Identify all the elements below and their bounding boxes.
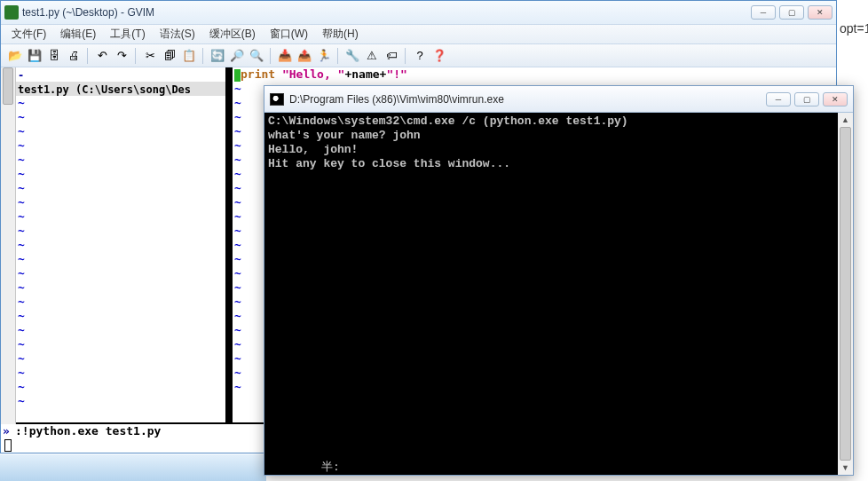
console-body: C:\Windows\system32\cmd.exe /c (python.e… [264,113,853,475]
find-prev-icon[interactable]: 🔍 [248,47,265,65]
empty-line-tilde: ~ [16,181,225,195]
find-help-icon[interactable]: ❓ [430,47,448,65]
console-titlebar[interactable]: D:\Program Files (x86)\Vim\vim80\vimrun.… [264,86,853,113]
toolbar-separator [270,48,272,64]
menu-help[interactable]: 帮助(H) [315,25,366,43]
minimize-button[interactable]: ─ [751,5,776,20]
gvim-title: test1.py (~\Desktop) - GVIM [22,6,751,19]
toolbar: 📂💾🗄🖨↶↷✂🗐📋🔄🔎🔍📥📤🏃🔧⚠🏷?❓ [1,44,836,67]
maximize-button[interactable]: ▢ [779,5,804,20]
scroll-up-arrow-icon[interactable]: ▲ [838,113,853,127]
toolbar-separator [135,48,137,64]
console-close-button[interactable]: ✕ [823,92,848,106]
find-next-icon[interactable]: 🔎 [228,47,246,65]
cut-icon[interactable]: ✂ [141,47,159,65]
paste-icon[interactable]: 📋 [180,47,198,65]
menu-file[interactable]: 文件(F) [4,25,53,43]
taglist-pane[interactable]: - test1.py (C:\Users\song\Des ~~~~~~~~~~… [16,67,225,453]
console-app-icon [270,93,284,106]
ctags-icon[interactable]: 🏷 [383,47,400,65]
find-replace-icon[interactable]: 🔄 [209,47,226,65]
scrollbar-thumb[interactable] [840,127,851,461]
menu-tools[interactable]: 工具(T) [103,25,152,43]
menu-buffer[interactable]: 缓冲区(B) [202,25,263,43]
vertical-split[interactable] [225,67,233,453]
empty-line-tilde: ~ [16,252,225,266]
help-icon[interactable]: ? [411,47,429,65]
empty-line-tilde: ~ [16,110,225,124]
saveall-icon[interactable]: 🗄 [45,47,63,65]
toolbar-separator [202,48,204,64]
save-session-icon[interactable]: 📤 [296,47,313,65]
scroll-down-arrow-icon[interactable]: ▼ [838,461,853,475]
load-session-icon[interactable]: 📥 [276,47,294,65]
empty-line-tilde: ~ [16,195,225,209]
menu-syntax[interactable]: 语法(S) [153,25,202,43]
console-title: D:\Program Files (x86)\Vim\vim80\vimrun.… [289,93,766,106]
close-button[interactable]: ✕ [808,5,832,20]
empty-line-tilde: ~ [16,380,225,394]
empty-line-tilde: ~ [16,224,225,238]
toolbar-separator [405,48,406,64]
left-scrollbar[interactable]: ▼ [1,67,16,453]
console-maximize-button[interactable]: ▢ [794,92,819,106]
shell-icon[interactable]: ⚠ [363,47,381,65]
make-icon[interactable]: 🔧 [343,47,361,65]
empty-line-tilde: ~ [16,96,225,110]
print-icon[interactable]: 🖨 [65,47,83,65]
empty-line-tilde: ~ [16,167,225,181]
open-icon[interactable]: 📂 [6,47,24,65]
menubar: 文件(F)编辑(E)工具(T)语法(S)缓冲区(B)窗口(W)帮助(H) [1,25,836,44]
toolbar-separator [337,48,339,64]
toolbar-separator [87,48,89,64]
undo-icon[interactable]: ↶ [93,47,111,65]
console-scrollbar[interactable]: ▲ ▼ [838,113,853,475]
redo-icon[interactable]: ↷ [113,47,130,65]
empty-line-tilde: ~ [16,323,225,337]
run-script-icon[interactable]: 🏃 [315,47,333,65]
empty-line-tilde: ~ [16,124,225,138]
empty-line-tilde: ~ [16,238,225,252]
empty-line-tilde: ~ [16,266,225,280]
console-ime-status: 半: [318,459,343,475]
taskbar-fragment [0,454,266,481]
gvim-app-icon [4,5,19,20]
console-minimize-button[interactable]: ─ [766,92,791,106]
console-output[interactable]: C:\Windows\system32\cmd.exe /c (python.e… [264,113,838,475]
empty-line-tilde: ~ [16,138,225,153]
cmdline-cursor [4,439,12,452]
empty-line-tilde: ~ [16,394,225,408]
empty-line-tilde: ~ [16,309,225,323]
menu-window[interactable]: 窗口(W) [263,25,315,43]
empty-line-tilde: ~ [16,153,225,167]
cursor [234,69,241,82]
empty-line-tilde: ~ [16,280,225,295]
background-hint: opt=1 [838,0,868,39]
copy-icon[interactable]: 🗐 [161,47,178,65]
taglist-file-header: test1.py (C:\Users\song\Des [16,82,225,96]
taglist-top-line: - [16,67,225,82]
empty-line-tilde: ~ [16,337,225,351]
code-line[interactable]: print "Hello, "+name+"!" [233,67,836,82]
empty-line-tilde: ~ [16,209,225,224]
console-window: D:\Program Files (x86)\Vim\vim80\vimrun.… [264,85,854,476]
save-icon[interactable]: 💾 [26,47,43,65]
gvim-titlebar[interactable]: test1.py (~\Desktop) - GVIM ─ ▢ ✕ [1,1,836,25]
menu-edit[interactable]: 编辑(E) [53,25,103,43]
empty-line-tilde: ~ [16,351,225,366]
empty-line-tilde: ~ [16,295,225,309]
empty-line-tilde: ~ [16,366,225,380]
